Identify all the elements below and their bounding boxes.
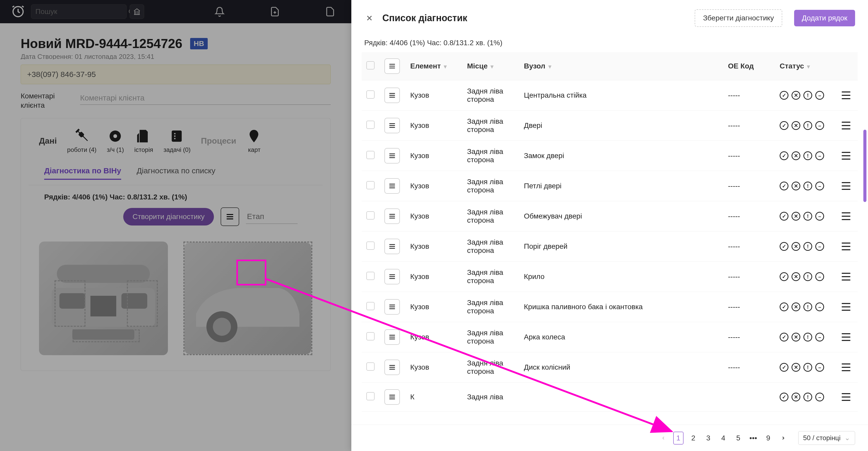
row-checkbox[interactable]	[366, 332, 375, 341]
page-size-select[interactable]: 50 / сторінці ⌄	[798, 431, 855, 445]
status-warn-icon[interactable]: !	[803, 91, 812, 100]
row-menu-button[interactable]	[384, 88, 400, 103]
status-ok-icon[interactable]: ✓	[780, 302, 788, 311]
row-menu-button[interactable]	[384, 148, 400, 163]
tab-kart[interactable]: карт	[246, 129, 262, 154]
region-front-left[interactable]	[55, 280, 86, 327]
status-skip-icon[interactable]: –	[815, 393, 824, 401]
status-fail-icon[interactable]: ✕	[792, 91, 800, 100]
status-warn-icon[interactable]: !	[803, 272, 812, 281]
status-skip-icon[interactable]: –	[815, 363, 824, 372]
page-next[interactable]	[778, 431, 788, 445]
tab-roboty[interactable]: роботи (4)	[67, 129, 97, 154]
stage-input[interactable]	[246, 210, 298, 224]
bell-icon[interactable]	[214, 6, 225, 17]
add-row-button[interactable]: Додати рядок	[794, 10, 855, 26]
row-checkbox[interactable]	[366, 241, 375, 250]
status-fail-icon[interactable]: ✕	[792, 182, 800, 190]
row-checkbox[interactable]	[366, 90, 375, 99]
row-checkbox[interactable]	[366, 211, 375, 220]
status-fail-icon[interactable]: ✕	[792, 121, 800, 130]
page-ellipsis[interactable]: •••	[748, 431, 758, 445]
page-number[interactable]: 5	[733, 431, 743, 445]
search-box[interactable]	[31, 4, 127, 19]
status-skip-icon[interactable]: –	[815, 333, 824, 342]
page-number[interactable]: 3	[703, 431, 714, 445]
status-warn-icon[interactable]: !	[803, 151, 812, 160]
header-menu-button[interactable]	[384, 58, 400, 74]
row-menu-button[interactable]	[384, 178, 400, 194]
status-skip-icon[interactable]: –	[815, 151, 824, 160]
page-number[interactable]: 9	[763, 431, 773, 445]
status-skip-icon[interactable]: –	[815, 302, 824, 311]
row-checkbox[interactable]	[366, 392, 375, 400]
comment-input[interactable]: Коментарі клієнта	[80, 91, 331, 105]
status-fail-icon[interactable]: ✕	[792, 363, 800, 372]
row-actions-icon[interactable]	[842, 303, 850, 311]
status-skip-icon[interactable]: –	[815, 242, 824, 251]
doc-icon[interactable]	[324, 6, 336, 17]
row-actions-icon[interactable]	[842, 91, 850, 99]
status-skip-icon[interactable]: –	[815, 121, 824, 130]
diag-menu-button[interactable]	[221, 207, 239, 226]
row-checkbox[interactable]	[366, 181, 375, 189]
car-front-view[interactable]	[39, 241, 168, 355]
status-fail-icon[interactable]: ✕	[792, 393, 800, 401]
row-actions-icon[interactable]	[842, 333, 850, 341]
tab-procesy[interactable]: Процеси	[201, 136, 237, 146]
status-warn-icon[interactable]: !	[803, 363, 812, 372]
row-checkbox[interactable]	[366, 362, 375, 371]
status-skip-icon[interactable]: –	[815, 212, 824, 221]
row-actions-icon[interactable]	[842, 273, 850, 281]
status-fail-icon[interactable]: ✕	[792, 333, 800, 342]
row-actions-icon[interactable]	[842, 393, 850, 401]
region-front-right[interactable]	[127, 280, 158, 327]
save-diag-button[interactable]: Зберегти діагностику	[695, 9, 782, 27]
page-number[interactable]: 4	[718, 431, 728, 445]
tab-istoriya[interactable]: історія	[134, 129, 153, 154]
status-warn-icon[interactable]: !	[803, 302, 812, 311]
status-ok-icon[interactable]: ✓	[780, 333, 788, 342]
status-ok-icon[interactable]: ✓	[780, 182, 788, 190]
row-menu-button[interactable]	[384, 299, 400, 315]
status-warn-icon[interactable]: !	[803, 242, 812, 251]
new-doc-icon[interactable]	[269, 6, 281, 17]
row-checkbox[interactable]	[366, 121, 375, 129]
row-menu-button[interactable]	[384, 208, 400, 224]
status-skip-icon[interactable]: –	[815, 182, 824, 190]
status-fail-icon[interactable]: ✕	[792, 302, 800, 311]
status-skip-icon[interactable]: –	[815, 91, 824, 100]
row-menu-button[interactable]	[384, 329, 400, 345]
row-menu-button[interactable]	[384, 239, 400, 254]
status-warn-icon[interactable]: !	[803, 182, 812, 190]
row-menu-button[interactable]	[384, 269, 400, 284]
filter-icon[interactable]: ▾	[549, 63, 551, 70]
create-diag-button[interactable]: Створити діагностику	[123, 208, 214, 226]
status-ok-icon[interactable]: ✓	[780, 363, 788, 372]
row-actions-icon[interactable]	[842, 212, 850, 220]
row-checkbox[interactable]	[366, 302, 375, 310]
row-actions-icon[interactable]	[842, 182, 850, 190]
inner-tab-list[interactable]: Діагностика по списку	[137, 166, 215, 180]
status-ok-icon[interactable]: ✓	[780, 212, 788, 221]
close-icon[interactable]	[364, 13, 375, 23]
inner-tab-vin[interactable]: Діагностика по ВІНу	[44, 166, 121, 180]
row-checkbox[interactable]	[366, 272, 375, 280]
tab-dani[interactable]: Дані	[39, 136, 57, 146]
search-input[interactable]	[35, 7, 128, 16]
select-all-checkbox[interactable]	[366, 61, 375, 69]
filter-icon[interactable]: ▾	[491, 63, 493, 70]
status-ok-icon[interactable]: ✓	[780, 272, 788, 281]
page-number[interactable]: 1	[673, 431, 684, 445]
car-side-view[interactable]	[183, 241, 312, 355]
status-warn-icon[interactable]: !	[803, 393, 812, 401]
page-number[interactable]: 2	[688, 431, 699, 445]
region-front-bumper[interactable]	[72, 329, 140, 342]
status-warn-icon[interactable]: !	[803, 333, 812, 342]
row-actions-icon[interactable]	[842, 363, 850, 371]
status-skip-icon[interactable]: –	[815, 272, 824, 281]
bank-button[interactable]	[130, 4, 144, 19]
scrollbar[interactable]	[863, 130, 866, 202]
row-menu-button[interactable]	[384, 118, 400, 133]
status-warn-icon[interactable]: !	[803, 212, 812, 221]
